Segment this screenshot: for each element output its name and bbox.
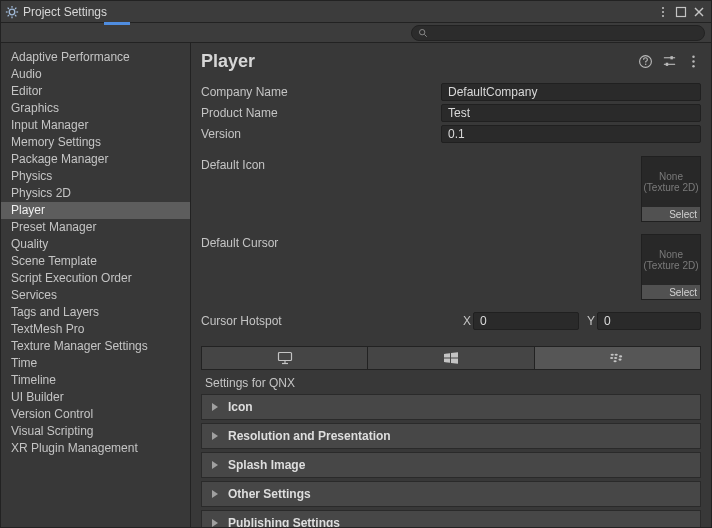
foldout-label: Publishing Settings [228, 516, 340, 527]
svg-rect-26 [278, 353, 291, 361]
titlebar: Project Settings [1, 1, 711, 23]
version-field[interactable] [441, 125, 701, 143]
sidebar-item-editor[interactable]: Editor [1, 83, 190, 100]
cursor-hotspot-label: Cursor Hotspot [201, 314, 441, 328]
sidebar-item-input-manager[interactable]: Input Manager [1, 117, 190, 134]
foldout-resolution-and-presentation[interactable]: Resolution and Presentation [201, 423, 701, 449]
content-pane: Player Company Name Product Name [191, 43, 711, 527]
default-cursor-none: None [659, 249, 683, 260]
page-title: Player [201, 51, 629, 72]
foldout-other-settings[interactable]: Other Settings [201, 481, 701, 507]
sidebar-item-adaptive-performance[interactable]: Adaptive Performance [1, 49, 190, 66]
sidebar-item-scene-template[interactable]: Scene Template [1, 253, 190, 270]
svg-point-35 [619, 359, 622, 361]
sidebar-item-textmesh-pro[interactable]: TextMesh Pro [1, 321, 190, 338]
sidebar-item-audio[interactable]: Audio [1, 66, 190, 83]
platform-tabs [201, 346, 701, 370]
foldout-publishing-settings[interactable]: Publishing Settings [201, 510, 701, 527]
default-icon-select[interactable]: Select [642, 207, 700, 221]
product-name-field[interactable] [441, 104, 701, 122]
sidebar-item-xr-plugin-management[interactable]: XR Plugin Management [1, 440, 190, 457]
sidebar-item-tags-and-layers[interactable]: Tags and Layers [1, 304, 190, 321]
svg-rect-20 [670, 56, 672, 59]
kebab-menu-icon[interactable] [655, 4, 671, 20]
foldout-label: Resolution and Presentation [228, 429, 391, 443]
search-input[interactable] [411, 25, 705, 41]
search-row [1, 23, 711, 43]
sidebar-item-package-manager[interactable]: Package Manager [1, 151, 190, 168]
sidebar-item-texture-manager-settings[interactable]: Texture Manager Settings [1, 338, 190, 355]
svg-line-5 [8, 7, 9, 8]
svg-point-10 [662, 11, 664, 13]
svg-point-30 [615, 354, 618, 356]
svg-rect-12 [677, 7, 686, 16]
svg-rect-22 [665, 63, 667, 66]
product-name-label: Product Name [201, 106, 441, 120]
more-icon[interactable] [685, 54, 701, 70]
svg-line-16 [424, 34, 426, 36]
default-cursor-label: Default Cursor [201, 234, 441, 250]
svg-point-11 [662, 15, 664, 17]
hotspot-y-label: Y [585, 314, 597, 328]
triangle-right-icon [212, 519, 218, 527]
svg-line-6 [15, 15, 16, 16]
sidebar-item-time[interactable]: Time [1, 355, 190, 372]
triangle-right-icon [212, 490, 218, 498]
sidebar-item-memory-settings[interactable]: Memory Settings [1, 134, 190, 151]
svg-point-23 [692, 56, 694, 58]
foldout-label: Icon [228, 400, 253, 414]
svg-point-18 [644, 64, 646, 66]
sidebar-item-script-execution-order[interactable]: Script Execution Order [1, 270, 190, 287]
platform-tab-windows[interactable] [368, 347, 534, 369]
hotspot-y-field[interactable] [597, 312, 701, 330]
foldout-splash-image[interactable]: Splash Image [201, 452, 701, 478]
settings-for-label: Settings for QNX [191, 370, 711, 394]
sliders-icon[interactable] [661, 54, 677, 70]
sidebar-item-preset-manager[interactable]: Preset Manager [1, 219, 190, 236]
triangle-right-icon [212, 461, 218, 469]
default-cursor-slot[interactable]: None (Texture 2D) Select [641, 234, 701, 300]
foldout-icon[interactable]: Icon [201, 394, 701, 420]
svg-point-0 [9, 9, 15, 15]
sidebar-item-timeline[interactable]: Timeline [1, 372, 190, 389]
sidebar-item-physics[interactable]: Physics [1, 168, 190, 185]
svg-point-34 [614, 360, 617, 362]
svg-point-29 [611, 354, 614, 356]
version-label: Version [201, 127, 441, 141]
hotspot-x-field[interactable] [473, 312, 579, 330]
sidebar-item-quality[interactable]: Quality [1, 236, 190, 253]
sidebar-item-player[interactable]: Player [1, 202, 190, 219]
close-icon[interactable] [691, 4, 707, 20]
default-icon-slot[interactable]: None (Texture 2D) Select [641, 156, 701, 222]
default-icon-none: None [659, 171, 683, 182]
sidebar-item-visual-scripting[interactable]: Visual Scripting [1, 423, 190, 440]
company-name-field[interactable] [441, 83, 701, 101]
tab-indicator [104, 22, 130, 25]
default-icon-label: Default Icon [201, 156, 441, 172]
svg-line-7 [8, 15, 9, 16]
triangle-right-icon [212, 432, 218, 440]
hotspot-x-label: X [461, 314, 473, 328]
help-icon[interactable] [637, 54, 653, 70]
company-name-label: Company Name [201, 85, 441, 99]
default-cursor-type: (Texture 2D) [643, 260, 698, 271]
svg-point-32 [614, 357, 617, 359]
platform-tab-standalone[interactable] [202, 347, 368, 369]
svg-line-8 [15, 7, 16, 8]
window-title: Project Settings [23, 5, 107, 19]
foldout-label: Splash Image [228, 458, 305, 472]
default-cursor-select[interactable]: Select [642, 285, 700, 299]
sidebar-item-version-control[interactable]: Version Control [1, 406, 190, 423]
triangle-right-icon [212, 403, 218, 411]
foldouts: IconResolution and PresentationSplash Im… [191, 394, 711, 527]
sidebar-item-physics-2d[interactable]: Physics 2D [1, 185, 190, 202]
svg-point-24 [692, 60, 694, 62]
settings-icon [5, 5, 19, 19]
sidebar-item-ui-builder[interactable]: UI Builder [1, 389, 190, 406]
sidebar-item-services[interactable]: Services [1, 287, 190, 304]
foldout-label: Other Settings [228, 487, 311, 501]
default-icon-type: (Texture 2D) [643, 182, 698, 193]
platform-tab-qnx[interactable] [535, 347, 700, 369]
sidebar-item-graphics[interactable]: Graphics [1, 100, 190, 117]
maximize-icon[interactable] [673, 4, 689, 20]
